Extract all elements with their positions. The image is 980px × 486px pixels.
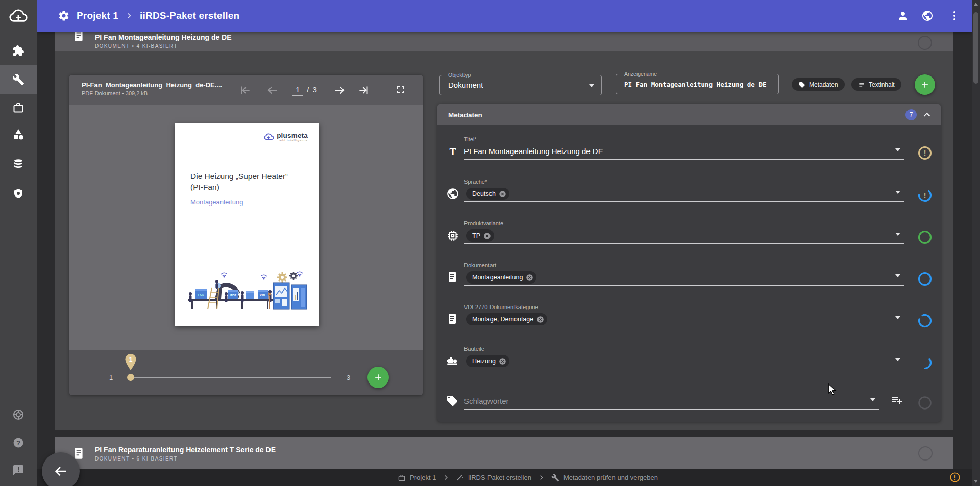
chevron-right-icon <box>537 474 545 481</box>
dropdown-arrow-icon[interactable] <box>895 274 900 277</box>
first-page-button[interactable] <box>238 84 252 97</box>
chip-remove-icon[interactable] <box>499 190 506 198</box>
help-icon[interactable]: ? <box>12 437 24 449</box>
svg-text:T: T <box>449 146 456 157</box>
document-row-next[interactable]: PI Fan Reparaturanleitung Heizelement T … <box>55 437 953 469</box>
document-title: PI Fan Reparaturanleitung Heizelement T … <box>95 446 276 454</box>
back-button[interactable] <box>42 452 80 486</box>
current-page-input[interactable]: 1 <box>292 85 303 96</box>
slider-pin-value: 1 <box>129 356 133 363</box>
breadcrumb: Projekt 1 iiRDS-Paket erstellen <box>77 10 239 21</box>
globe-icon[interactable] <box>921 10 934 22</box>
document-select-radio[interactable] <box>918 36 932 50</box>
document-subtitle: DOKUMENT • 4 KI-BASIERT <box>95 43 232 49</box>
chip-label: Heizung <box>472 357 496 365</box>
breadcrumb-project[interactable]: Projekt 1 <box>77 10 118 21</box>
status-partial-blue-icon <box>918 355 932 370</box>
value-chip: Heizung <box>466 355 509 367</box>
anzeigename-input[interactable]: Anzeigename PI Fan Montageanleitung Heiz… <box>616 74 779 94</box>
scrollbar-down-arrow[interactable] <box>974 480 978 483</box>
settings-gear-icon[interactable] <box>58 10 70 22</box>
playlist-add-icon[interactable] <box>891 394 903 406</box>
briefcase-icon[interactable] <box>12 101 24 114</box>
metadata-row-schlagwoerter[interactable]: Schlagwörter <box>437 380 941 410</box>
field-label: Titel* <box>464 136 477 142</box>
cover-illustration: FCS PDF XML <box>185 270 309 311</box>
page-indicator: 1 / 3 <box>292 85 317 96</box>
status-empty-icon <box>918 396 932 410</box>
dropdown-arrow-icon[interactable] <box>895 233 900 236</box>
document-icon <box>446 313 459 326</box>
objekttyp-select[interactable]: Objekttyp Dokument <box>439 75 602 95</box>
chip-remove-icon[interactable] <box>526 274 533 282</box>
value-chip: Deutsch <box>466 188 509 200</box>
metadata-row-sprache[interactable]: Sprache* Deutsch ! <box>437 172 941 202</box>
footer-step-metadaten[interactable]: Metadaten prüfen und vergeben <box>551 474 658 482</box>
slider-track[interactable] <box>131 377 331 378</box>
fullscreen-icon[interactable] <box>395 84 408 97</box>
dropdown-arrow-icon[interactable] <box>895 316 900 319</box>
dropdown-arrow-icon[interactable] <box>895 358 900 361</box>
shield-icon[interactable] <box>12 188 24 200</box>
database-icon[interactable] <box>12 158 24 170</box>
document-row-expanded[interactable]: PI Fan Montageanleitung Heizung de DE DO… <box>55 32 953 51</box>
pdf-filename: PI-Fan_Montageanleitung_Heizung_de-DE...… <box>82 81 222 89</box>
shapes-icon[interactable] <box>12 128 24 140</box>
plusmeta-cloud-logo[interactable] <box>8 6 29 27</box>
status-complete-blue-icon <box>918 272 932 286</box>
footer-step-label: Metadaten prüfen und vergeben <box>564 474 658 481</box>
chevron-right-icon <box>125 12 133 20</box>
chevron-up-icon[interactable] <box>921 109 933 120</box>
metadata-row-produktvariante[interactable]: Produktvariante TP <box>437 214 941 244</box>
last-page-button[interactable] <box>357 84 371 97</box>
vertical-scrollbar[interactable] <box>972 0 980 486</box>
metadata-row-titel[interactable]: T Titel* PI Fan Montageanleitung Heizung… <box>437 130 941 160</box>
puzzle-icon[interactable] <box>12 45 24 57</box>
metadata-row-dokumentart[interactable]: Dokumentart Montageanleitung <box>437 256 941 286</box>
field-placeholder[interactable]: Schlagwörter <box>464 397 509 405</box>
dropdown-arrow-icon[interactable] <box>895 191 900 194</box>
chip-remove-icon[interactable] <box>483 232 491 240</box>
globe-icon <box>446 187 459 200</box>
add-object-button[interactable] <box>915 74 935 95</box>
metadata-count-badge: 7 <box>905 109 917 120</box>
sidebar: ? <box>0 0 37 486</box>
svg-text:FCS: FCS <box>198 293 204 296</box>
footer-step-projekt[interactable]: Projekt 1 <box>398 474 436 482</box>
add-page-split-button[interactable] <box>368 367 389 388</box>
textinhalt-view-chip[interactable]: Textinhalt <box>851 78 901 91</box>
next-page-button[interactable] <box>333 84 346 97</box>
slider-max-label: 3 <box>347 374 350 381</box>
metadata-row-bauteile[interactable]: Bauteile Heizung <box>437 340 941 369</box>
slider-thumb[interactable] <box>127 374 134 381</box>
metadata-header[interactable]: Metadaten 7 <box>437 104 941 125</box>
cover-logo: plusmeta add intelligence <box>263 132 308 142</box>
scrollbar-thumb[interactable] <box>973 12 978 84</box>
dropdown-arrow-icon[interactable] <box>870 398 875 401</box>
lifebuoy-icon[interactable] <box>12 408 24 421</box>
kebab-menu-icon[interactable] <box>948 10 961 22</box>
footer-step-iirds[interactable]: iiRDS-Paket erstellen <box>456 474 531 482</box>
pdf-viewport[interactable]: plusmeta add intelligence Die Heizung „S… <box>69 105 423 350</box>
metadaten-chip-label: Metadaten <box>809 81 838 88</box>
footer-step-label: Projekt 1 <box>410 474 436 481</box>
previous-page-button[interactable] <box>266 84 279 97</box>
user-icon[interactable] <box>897 10 909 22</box>
dropdown-arrow-icon[interactable] <box>895 148 900 151</box>
document-select-radio[interactable] <box>918 446 933 461</box>
feedback-icon[interactable] <box>12 464 24 476</box>
chip-memory-icon <box>446 229 459 242</box>
field-value[interactable]: PI Fan Montageanleitung Heizung de DE <box>464 147 603 156</box>
cover-logo-text: plusmeta <box>277 132 308 139</box>
page-separator: / <box>307 85 309 94</box>
metadaten-view-chip[interactable]: Metadaten <box>792 78 845 91</box>
wrench-icon[interactable] <box>12 73 24 86</box>
scrollbar-up-arrow[interactable] <box>974 3 978 6</box>
briefcase-icon <box>398 474 406 482</box>
metadata-row-vdi2770[interactable]: VDI-2770-Dokumentkategorie Montage, Demo… <box>437 298 941 327</box>
chip-remove-icon[interactable] <box>536 316 544 323</box>
breadcrumb-section[interactable]: iiRDS-Paket erstellen <box>140 10 239 21</box>
svg-text:!: ! <box>924 149 926 157</box>
cover-title-line1: Die Heizung „Super Heater“ <box>190 171 288 182</box>
chip-remove-icon[interactable] <box>499 357 506 365</box>
